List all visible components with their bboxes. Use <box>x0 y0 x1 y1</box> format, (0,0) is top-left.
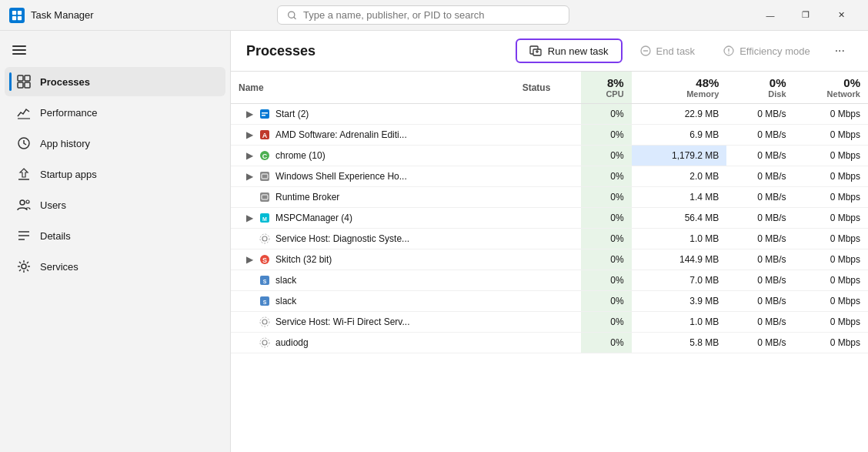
app-history-icon <box>17 136 31 150</box>
expand-button[interactable]: ▶ <box>243 108 255 120</box>
process-cpu: 0% <box>581 187 632 208</box>
process-cpu: 0% <box>581 146 632 166</box>
app-icon <box>9 8 25 23</box>
process-name-cell: ▶ M MSPCManager (4) <box>231 208 515 229</box>
process-name: Service Host: Diagnostic Syste... <box>275 233 409 244</box>
process-name: slack <box>275 275 296 286</box>
svg-rect-6 <box>12 45 26 47</box>
process-cpu: 0% <box>581 208 632 229</box>
col-header-network[interactable]: 0% Network <box>794 72 868 104</box>
table-row[interactable]: Runtime Broker 0% 1.4 MB 0 MB/s 0 Mbps <box>231 187 868 208</box>
sidebar-label-app-history: App history <box>40 138 90 149</box>
process-table-container[interactable]: Name Status 8% CPU 48% Memory <box>231 72 868 452</box>
process-disk: 0 MB/s <box>726 270 793 291</box>
process-memory: 7.0 MB <box>632 270 727 291</box>
svg-point-41 <box>262 236 267 241</box>
table-row[interactable]: S slack 0% 7.0 MB 0 MB/s 0 Mbps <box>231 270 868 291</box>
table-row[interactable]: ▶ A AMD Software: Adrenalin Editi... 0% … <box>231 125 868 146</box>
process-name: MSPCManager (4) <box>275 213 352 223</box>
main-layout: Processes Performance App history <box>0 31 868 452</box>
svg-line-5 <box>293 17 295 19</box>
svg-rect-10 <box>25 75 30 81</box>
col-status-label: Status <box>522 82 551 93</box>
cpu-pct: 8% <box>589 76 624 89</box>
end-task-button[interactable]: End task <box>629 40 706 62</box>
process-memory: 3.9 MB <box>632 291 727 312</box>
performance-icon <box>17 105 31 119</box>
col-header-cpu[interactable]: 8% CPU <box>581 72 632 104</box>
table-row[interactable]: S slack 0% 3.9 MB 0 MB/s 0 Mbps <box>231 291 868 312</box>
hamburger-menu[interactable] <box>0 37 230 63</box>
table-row[interactable]: ▶ M MSPCManager (4) 0% 56.4 MB 0 MB/s 0 … <box>231 208 868 229</box>
process-cpu: 0% <box>581 125 632 146</box>
sidebar-label-startup-apps: Startup apps <box>40 169 97 180</box>
col-header-disk[interactable]: 0% Disk <box>726 72 793 104</box>
run-new-task-icon <box>529 45 542 57</box>
process-status <box>515 208 581 229</box>
sidebar-item-app-history[interactable]: App history <box>5 129 225 158</box>
process-status <box>515 104 581 125</box>
run-new-task-button[interactable]: Run new task <box>516 39 623 63</box>
sidebar: Processes Performance App history <box>0 31 231 452</box>
more-options-icon: ··· <box>835 44 845 57</box>
process-name: slack <box>275 296 296 306</box>
end-task-icon <box>639 45 652 57</box>
process-status <box>515 187 581 208</box>
process-memory: 5.8 MB <box>632 333 727 353</box>
process-name: Windows Shell Experience Ho... <box>275 171 407 182</box>
search-input[interactable] <box>303 9 559 21</box>
close-button[interactable]: ✕ <box>823 3 859 28</box>
memory-label: Memory <box>639 89 719 99</box>
efficiency-mode-button[interactable]: Efficiency mode <box>712 40 821 62</box>
sidebar-item-processes[interactable]: Processes <box>5 67 225 96</box>
svg-point-27 <box>728 52 729 54</box>
process-cpu: 0% <box>581 229 632 249</box>
titlebar-controls: — ❐ ✕ <box>753 3 859 28</box>
col-header-memory[interactable]: 48% Memory <box>632 72 727 104</box>
sidebar-item-users[interactable]: Users <box>5 190 225 219</box>
expand-button[interactable]: ▶ <box>243 129 255 141</box>
sidebar-item-services[interactable]: Services <box>5 252 225 281</box>
process-network: 0 Mbps <box>794 166 868 187</box>
table-row[interactable]: audiodg 0% 5.8 MB 0 MB/s 0 Mbps <box>231 333 868 353</box>
expand-button[interactable]: ▶ <box>243 253 255 266</box>
expand-button[interactable]: ▶ <box>243 170 255 182</box>
table-row[interactable]: ▶ Windows Shell Experience Ho... 0% 2.0 … <box>231 166 868 187</box>
table-row[interactable]: ▶ S Skitch (32 bit) 0% 144.9 MB 0 MB/s 0… <box>231 249 868 270</box>
table-row[interactable]: ▶ C chrome (10) 0% 1,179.2 MB 0 MB/s 0 M… <box>231 146 868 166</box>
process-status <box>515 270 581 291</box>
process-status <box>515 249 581 270</box>
more-options-button[interactable]: ··· <box>827 39 853 62</box>
process-name-cell: audiodg <box>231 333 515 353</box>
search-bar[interactable] <box>277 5 569 25</box>
svg-text:S: S <box>262 256 267 264</box>
svg-rect-11 <box>18 82 23 88</box>
table-row[interactable]: Service Host: Diagnostic Syste... 0% 1.0… <box>231 229 868 249</box>
sidebar-item-startup-apps[interactable]: Startup apps <box>5 159 225 189</box>
process-status <box>515 166 581 187</box>
minimize-button[interactable]: — <box>753 3 788 28</box>
process-name-cell: ▶ S Skitch (32 bit) <box>231 249 515 270</box>
process-network: 0 Mbps <box>794 312 868 333</box>
expand-button[interactable]: ▶ <box>243 212 255 224</box>
titlebar-left: Task Manager <box>9 8 94 23</box>
col-header-status[interactable]: Status <box>515 72 581 104</box>
process-network: 0 Mbps <box>794 125 868 146</box>
sidebar-item-performance[interactable]: Performance <box>5 98 225 127</box>
table-row[interactable]: ▶ Start (2) 0% 22.9 MB 0 MB/s 0 Mbps <box>231 104 868 125</box>
process-icon: M <box>259 212 271 224</box>
process-network: 0 Mbps <box>794 333 868 353</box>
maximize-button[interactable]: ❐ <box>788 3 823 28</box>
process-disk: 0 MB/s <box>726 187 793 208</box>
expand-button[interactable]: ▶ <box>243 149 255 162</box>
process-name: AMD Software: Adrenalin Editi... <box>275 129 407 140</box>
network-label: Network <box>802 89 860 99</box>
process-network: 0 Mbps <box>794 187 868 208</box>
col-header-name[interactable]: Name <box>231 72 515 104</box>
process-name: Runtime Broker <box>275 192 339 203</box>
process-disk: 0 MB/s <box>726 333 793 353</box>
sidebar-item-details[interactable]: Details <box>5 221 225 250</box>
process-network: 0 Mbps <box>794 249 868 270</box>
table-row[interactable]: Service Host: Wi-Fi Direct Serv... 0% 1.… <box>231 312 868 333</box>
process-disk: 0 MB/s <box>726 125 793 146</box>
